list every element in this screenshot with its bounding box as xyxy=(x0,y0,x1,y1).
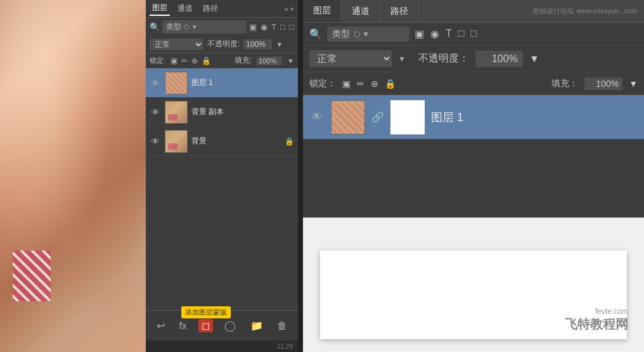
layer-item[interactable]: 👁 背景 副本 xyxy=(146,98,298,127)
right-layer-thumb-texture xyxy=(332,101,364,134)
right-fill-arrow[interactable]: ▼ xyxy=(629,79,638,89)
layer-chain-icon: 🔗 xyxy=(371,111,384,123)
filter-pixel-icon[interactable]: ▣ xyxy=(249,22,257,32)
tab-paths-right[interactable]: 路径 xyxy=(380,0,419,22)
right-layer-item[interactable]: 👁 🔗 图层 1 xyxy=(303,95,644,140)
left-panel-tabs: 图层 通道 路径 » × xyxy=(146,0,298,18)
layer-thumb-texture xyxy=(165,72,187,94)
fill-input[interactable] xyxy=(257,56,282,65)
right-blend-mode-select[interactable]: 正常 xyxy=(309,50,392,67)
right-lock-pixel-icon[interactable]: ▣ xyxy=(342,79,351,89)
adjustment-icon[interactable]: ◯ xyxy=(222,317,238,334)
lock-label: 锁定: xyxy=(150,56,165,65)
right-layers-panel: 图层 通道 路径 思锐设计论坛 www.missyun...com 🔍 类型 ⬡… xyxy=(303,0,644,352)
right-layer-name: 图层 1 xyxy=(431,110,638,125)
fill-arrow[interactable]: ▼ xyxy=(287,57,294,65)
clothing-detail xyxy=(13,251,51,301)
time-display: 21:29 xyxy=(277,343,293,350)
left-layers-panel: 图层 通道 路径 » × 🔍 类型 ⬡ ▼ ▣ ◉ T □ □ 正常 不透明度:… xyxy=(146,0,298,352)
opacity-label: 不透明度: xyxy=(207,39,240,49)
right-filter-row: 🔍 类型 ⬡ ▼ ▣ ◉ T □ □ xyxy=(303,23,644,46)
add-mask-wrapper: ◻ 添加图层蒙版 xyxy=(198,320,213,332)
right-layer-mask-thumb xyxy=(390,100,425,134)
panel-expand-icon[interactable]: » × xyxy=(284,5,294,13)
right-lock-draw-icon[interactable]: ✏ xyxy=(357,79,364,89)
group-icon[interactable]: 📁 xyxy=(248,317,266,334)
right-filter-type-selector[interactable]: 类型 ⬡ ▼ xyxy=(327,27,409,42)
left-filter-row: 🔍 类型 ⬡ ▼ ▣ ◉ T □ □ xyxy=(146,18,298,36)
layer-thumbnail xyxy=(165,101,188,124)
layer-item[interactable]: 👁 图层 1 xyxy=(146,68,298,98)
tab-paths-left[interactable]: 路径 xyxy=(200,2,221,15)
layer-visibility-icon[interactable]: 👁 xyxy=(150,77,161,89)
layer-name: 背景 xyxy=(191,136,281,147)
layer-thumbnail xyxy=(165,72,188,95)
tab-layers-right[interactable]: 图层 xyxy=(303,0,342,22)
lock-icons-group: ▣ ✏ ⊕ 🔒 xyxy=(171,56,211,65)
opacity-input[interactable] xyxy=(243,39,272,49)
left-lock-row: 锁定: ▣ ✏ ⊕ 🔒 填充: ▼ xyxy=(146,53,298,68)
right-filter-smart-icon[interactable]: □ xyxy=(470,28,477,40)
right-opacity-arrow[interactable]: ▼ xyxy=(529,53,539,65)
right-layers-list: 👁 🔗 图层 1 xyxy=(303,95,644,218)
right-filter-icons: ▣ ◉ T □ □ xyxy=(415,28,477,40)
filter-shape-icon[interactable]: □ xyxy=(280,22,285,32)
tab-channels-left[interactable]: 通道 xyxy=(175,2,195,15)
right-filter-text-icon[interactable]: T xyxy=(446,28,452,40)
add-mask-button[interactable]: ◻ xyxy=(198,319,213,332)
search-icon: 🔍 xyxy=(150,22,160,32)
left-layers-list: 👁 图层 1 👁 背景 副本 👁 背景 🔒 xyxy=(146,68,298,310)
right-opacity-input[interactable] xyxy=(475,51,523,67)
link-icon[interactable]: ↩ xyxy=(154,317,167,334)
right-filter-label: 类型 xyxy=(332,29,350,40)
lock-pixel-icon[interactable]: ▣ xyxy=(171,56,177,65)
right-opacity-label: 不透明度： xyxy=(418,52,469,65)
delete-icon[interactable]: 🗑 xyxy=(274,318,290,334)
lock-draw-icon[interactable]: ✏ xyxy=(181,56,188,65)
layer-visibility-icon[interactable]: 👁 xyxy=(150,136,161,147)
layer-thumbnail xyxy=(165,130,188,153)
blend-mode-select[interactable]: 正常 xyxy=(150,39,203,50)
right-filter-adjust-icon[interactable]: ◉ xyxy=(430,28,439,40)
right-blend-row: 正常 ▼ 不透明度： ▼ xyxy=(303,46,644,72)
panel-divider xyxy=(298,0,303,352)
tab-channels-right[interactable]: 通道 xyxy=(342,0,380,22)
right-fill-input[interactable] xyxy=(584,77,622,90)
right-panel-tabs: 图层 通道 路径 思锐设计论坛 www.missyun...com xyxy=(303,0,644,23)
right-lock-row: 锁定： ▣ ✏ ⊕ 🔒 填充： ▼ xyxy=(303,72,644,95)
panel-bottom-bar: ↩ fx ◻ 添加图层蒙版 ◯ 📁 🗑 xyxy=(146,310,298,341)
photo-background xyxy=(0,0,146,352)
right-search-icon: 🔍 xyxy=(309,28,322,40)
filter-text-icon[interactable]: T xyxy=(271,22,276,32)
filter-adjust-icon[interactable]: ◉ xyxy=(261,22,267,32)
status-bar: 21:29 xyxy=(146,341,298,352)
left-blend-row: 正常 不透明度: ▼ xyxy=(146,36,298,53)
fx-icon[interactable]: fx xyxy=(176,318,189,334)
right-filter-pixel-icon[interactable]: ▣ xyxy=(415,28,424,40)
tooltip-add-mask: 添加图层蒙版 xyxy=(181,306,231,318)
fill-label: 填充: xyxy=(235,55,252,66)
right-lock-move-icon[interactable]: ⊕ xyxy=(371,79,378,89)
tab-layers-left[interactable]: 图层 xyxy=(150,1,170,16)
layer-locked-icon: 🔒 xyxy=(285,137,294,146)
right-filter-arrows: ⬡ ▼ xyxy=(354,30,370,39)
right-lock-label: 锁定： xyxy=(309,78,336,89)
filter-smart-icon[interactable]: □ xyxy=(289,22,294,32)
layer-item[interactable]: 👁 背景 🔒 xyxy=(146,127,298,156)
right-blend-arrow: ▼ xyxy=(398,55,406,63)
lock-move-icon[interactable]: ⊕ xyxy=(191,56,198,65)
watermark: fevte.com 飞特教程网 xyxy=(565,307,628,333)
lock-all-icon[interactable]: 🔒 xyxy=(202,56,211,65)
opacity-arrow[interactable]: ▼ xyxy=(276,41,283,48)
filter-label: 类型 xyxy=(166,22,181,32)
watermark-name: 飞特教程网 xyxy=(565,316,628,333)
layer-visibility-icon[interactable]: 👁 xyxy=(150,107,161,118)
right-layer-visibility-icon[interactable]: 👁 xyxy=(309,110,325,125)
brand-text: 思锐设计论坛 www.missyun...com xyxy=(526,0,644,22)
layer-name: 背景 副本 xyxy=(191,107,294,117)
right-fill-label: 填充： xyxy=(551,78,578,89)
right-lock-all-icon[interactable]: 🔒 xyxy=(385,79,396,89)
filter-type-icons: ▣ ◉ T □ □ xyxy=(249,22,294,32)
right-filter-shape-icon[interactable]: □ xyxy=(458,28,465,40)
filter-type-selector[interactable]: 类型 ⬡ ▼ xyxy=(162,20,247,34)
